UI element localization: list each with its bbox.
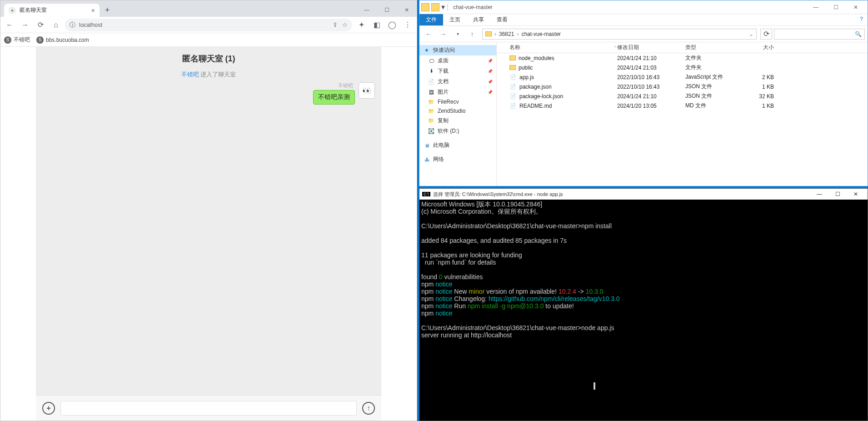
refresh-button[interactable]: ⟳ [760,29,772,40]
minimize-icon[interactable]: — [810,189,828,199]
nav-item[interactable]: 📁FileRecv [419,97,496,106]
file-name: README.md [519,103,552,109]
close-icon[interactable]: ✕ [397,3,417,17]
ribbon-tab-view[interactable]: 查看 [490,14,514,25]
nav-item-label: 图片 [438,88,449,96]
notice-username[interactable]: 不错吧 [181,71,199,78]
file-type: JSON 文件 [685,83,742,90]
notice-text: 进入了聊天室 [199,71,236,78]
nav-item[interactable]: 📄文档📌 [419,76,496,87]
folder-icon[interactable] [431,3,439,11]
chat-text-input[interactable] [60,401,357,416]
file-name: node_modules [519,55,554,61]
qat-dropdown-icon[interactable]: ▾ [441,3,445,11]
ribbon-tab-home[interactable]: 主页 [443,14,467,25]
file-type: 文件夹 [685,64,742,71]
file-row[interactable]: 📄README.md2024/1/20 13:05MD 文件1 KB [497,101,868,110]
nav-item-icon: 📁 [428,118,435,124]
reload-button[interactable]: ⟳ [34,19,47,31]
site-info-icon[interactable]: ⓘ [70,21,75,29]
nav-item-label: 下载 [438,67,449,75]
close-icon[interactable]: ✕ [846,1,866,13]
col-header-type[interactable]: 类型 [685,44,742,51]
file-row[interactable]: node_modules2024/1/24 21:10文件夹 [497,53,868,63]
bookmark-item[interactable]: S 不错吧 [4,36,30,44]
forward-button[interactable]: → [19,19,31,31]
file-size: 2 KB [742,74,778,80]
col-header-size[interactable]: 大小 [742,44,778,51]
chat-container: 匿名聊天室 (1) 不错吧 进入了聊天室 不错吧 不错吧亲测 👀 + ↑ [36,47,381,421]
file-icon: 📄 [509,103,517,109]
explorer-nav-bar: ← → ▾ ↑ › 36821 › chat-vue-master ⌄ ⟳ 🔍 [419,26,868,42]
back-button[interactable]: ← [422,28,435,40]
nav-item[interactable]: 💽软件 (D:) [419,126,496,136]
recent-dropdown-icon[interactable]: ▾ [451,28,464,40]
folder-icon[interactable] [421,3,429,11]
menu-icon[interactable]: ⋮ [401,19,414,31]
home-button[interactable]: ⌂ [50,19,62,31]
share-icon[interactable]: ⇪ [333,21,338,28]
breadcrumb-segment[interactable]: chat-vue-master [521,31,561,37]
file-list-header: 名称⌃ 修改日期 类型 大小 [497,42,868,53]
close-tab-icon[interactable]: × [91,7,95,14]
url-text: localhost [79,21,102,28]
title-text: chat-vue-master [453,4,493,10]
file-size: 32 KB [742,93,778,100]
nav-pane: ★ 快速访问 🖵桌面📌⬇下载📌📄文档📌🖼图片📌📁FileRecv📁ZendStu… [419,42,497,186]
folder-icon [509,65,516,70]
nav-item[interactable]: 🖵桌面📌 [419,55,496,66]
send-button[interactable]: ↑ [362,402,375,415]
nav-network[interactable]: 🖧 网络 [419,154,496,165]
nav-item-icon: 💽 [428,128,435,135]
file-row[interactable]: 📄app.js2022/10/10 16:43JavaScript 文件2 KB [497,72,868,82]
file-row[interactable]: public2024/1/24 21:03文件夹 [497,63,868,72]
extensions-icon[interactable]: ✦ [355,19,368,31]
ribbon-tab-file[interactable]: 文件 [419,14,443,25]
nav-item-icon: 📁 [428,99,435,105]
bookmark-star-icon[interactable]: ☆ [342,21,348,28]
back-button[interactable]: ← [3,19,16,31]
pin-icon: 📌 [488,80,493,84]
bookmark-item[interactable]: S bbs.bucuoba.com [36,36,89,44]
message-avatar: 👀 [359,82,375,99]
minimize-icon[interactable]: — [806,1,826,13]
close-icon[interactable]: ✕ [847,189,865,199]
file-date: 2024/1/24 21:10 [617,55,685,61]
nav-this-pc[interactable]: 🖥 此电脑 [419,140,496,150]
file-row[interactable]: 📄package-lock.json2024/1/24 21:10JSON 文件… [497,91,868,101]
cmd-output[interactable]: Microsoft Windows [版本 10.0.19045.2846] (… [419,200,868,391]
search-box[interactable]: 🔍 [774,29,865,40]
ribbon-help-icon[interactable]: ? [855,14,868,25]
maximize-icon[interactable]: ☐ [377,3,397,17]
address-bar[interactable]: ⓘ localhost ⇪ ☆ [65,19,352,31]
address-bar[interactable]: › 36821 › chat-vue-master ⌄ [482,29,757,40]
breadcrumb-segment[interactable]: 36821 [499,31,514,37]
pc-icon: 🖥 [423,142,430,149]
nav-item[interactable]: 🖼图片📌 [419,87,496,97]
maximize-icon[interactable]: ☐ [826,1,846,13]
file-row[interactable]: 📄package.json2022/10/10 16:43JSON 文件1 KB [497,82,868,91]
ribbon-tab-share[interactable]: 共享 [467,14,490,25]
browser-tab[interactable]: ● 匿名聊天室 × [4,4,100,17]
file-list-area: 名称⌃ 修改日期 类型 大小 node_modules2024/1/24 21:… [497,42,868,186]
chrome-toolbar: ← → ⟳ ⌂ ⓘ localhost ⇪ ☆ ✦ ◧ ◯ ⋮ [0,17,417,33]
col-header-name[interactable]: 名称⌃ [497,44,617,51]
nav-item[interactable]: ⬇下载📌 [419,66,496,76]
col-header-date[interactable]: 修改日期 [617,44,685,51]
pin-icon: 📌 [488,69,493,74]
nav-item[interactable]: 📁复制 [419,115,496,126]
address-dropdown-icon[interactable]: ⌄ [749,31,753,37]
extension-pin-icon[interactable]: ◧ [370,19,383,31]
up-button[interactable]: ↑ [466,28,479,40]
nav-item[interactable]: 📁ZendStudio [419,106,496,115]
nav-quick-access[interactable]: ★ 快速访问 [419,45,496,55]
nav-item-label: 软件 (D:) [438,127,459,135]
profile-avatar-icon[interactable]: ◯ [386,19,399,31]
maximize-icon[interactable]: ☐ [828,189,847,199]
forward-button[interactable]: → [437,28,449,40]
nav-item-label: FileRecv [438,99,459,105]
new-tab-button[interactable]: + [101,4,114,17]
explorer-titlebar: ▾ | chat-vue-master — ☐ ✕ [419,0,868,14]
minimize-icon[interactable]: — [357,3,377,17]
attach-button[interactable]: + [42,402,55,415]
